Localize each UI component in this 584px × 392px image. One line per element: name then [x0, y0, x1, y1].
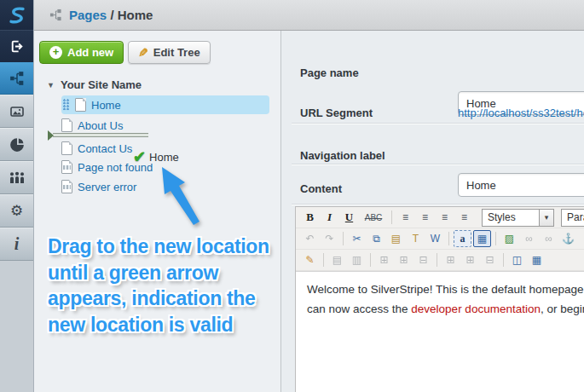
toolbar-separator [391, 210, 392, 224]
developer-documentation-link[interactable]: developer documentation [411, 303, 541, 315]
insert-col-before-button: ⊞ [442, 251, 460, 268]
content-line: Welcome to SilverStripe! This is the def… [307, 280, 584, 299]
align-center-button[interactable]: ≡ [416, 209, 434, 226]
tree-item-about-us[interactable]: About Us [61, 116, 123, 135]
error-page-icon [61, 160, 72, 174]
table-cell-props-button: ▥ [348, 251, 366, 268]
reports-pie-chart-icon [9, 137, 25, 153]
sidebar-item-settings[interactable]: ⚙ [0, 194, 33, 228]
page-name-label: Page name [300, 66, 359, 79]
content-label: Content [300, 182, 342, 195]
styles-dropdown[interactable]: Styles ▾ [482, 209, 554, 227]
sidebar-item-security[interactable] [0, 161, 33, 194]
format-dropdown-value: Paragraph [562, 211, 584, 223]
align-right-button[interactable]: ≡ [436, 209, 454, 226]
delete-col-button: ⊟ [481, 251, 499, 268]
insert-table-button[interactable]: ▦ [473, 230, 491, 247]
cut-button[interactable]: ✂ [348, 230, 366, 247]
breadcrumb-pages-link[interactable]: Pages [69, 8, 107, 22]
toolbar-separator [323, 253, 324, 267]
navigation-label-input[interactable] [458, 173, 584, 197]
align-justify-button[interactable]: ≡ [455, 209, 473, 226]
paste-text-button[interactable]: T [407, 230, 425, 247]
sidebar-item-pages[interactable] [0, 62, 33, 95]
annotation-text: Drag to the new location until a green a… [48, 233, 269, 337]
breadcrumb-separator: / [110, 8, 113, 22]
add-new-button[interactable]: + Add new [39, 41, 124, 64]
delete-row-button: ⊟ [414, 251, 432, 268]
silverstripe-logo-icon [7, 5, 27, 26]
tree-item-label: Home [91, 99, 121, 112]
page-icon [61, 118, 72, 132]
page-icon [61, 141, 72, 155]
pages-sitemap-icon [9, 71, 25, 86]
plus-circle-icon: + [49, 46, 62, 59]
merge-cells-button[interactable]: ▦ [528, 251, 546, 268]
top-breadcrumb-bar: Pages / Home [34, 0, 584, 31]
bold-button[interactable]: B [301, 209, 319, 226]
insert-image-button[interactable]: ▨ [500, 230, 518, 247]
paste-word-button[interactable]: W [426, 230, 444, 247]
styles-dropdown-value: Styles [483, 211, 539, 223]
tree-root-your-site-name[interactable]: ▼ Your Site Name [47, 78, 142, 91]
anchor-button[interactable]: ⚓ [559, 230, 577, 247]
divider [292, 123, 584, 124]
strikethrough-button[interactable]: ABC [360, 209, 387, 226]
sidebar-item-help[interactable]: i [0, 228, 33, 261]
insert-row-after-button: ⊞ [395, 251, 413, 268]
divider [292, 204, 584, 205]
format-dropdown[interactable]: Paragraph [561, 209, 584, 227]
content-rich-text-editor: BIUABC≡≡≡≡ Styles ▾ Paragraph ↶↷✂⧉▤TWa▦▨… [295, 206, 584, 392]
editor-toolbar-row-2: ↶↷✂⧉▤TWa▦▨∞∞⚓ [296, 228, 584, 250]
insert-col-after-button: ⊞ [461, 251, 479, 268]
insert-link-button: ∞ [520, 230, 538, 247]
editor-toolbar-row-3: ✎▤▥⊞⊞⊟⊞⊞⊟◫▦ [296, 250, 584, 271]
info-icon: i [14, 234, 20, 254]
silverstripe-logo[interactable] [0, 0, 33, 31]
page-icon [75, 98, 86, 112]
logout-button[interactable] [0, 31, 33, 62]
drag-handle-icon[interactable] [63, 99, 70, 111]
toolbar-separator [370, 253, 371, 267]
edit-html-button[interactable]: ✎ [301, 251, 319, 268]
split-cells-button[interactable]: ◫ [508, 251, 526, 268]
toolbar-separator [343, 232, 344, 245]
url-segment-label: URL Segment [300, 107, 373, 119]
green-check-icon: ✔ [133, 147, 146, 166]
editor-content-area[interactable]: Welcome to SilverStripe! This is the def… [296, 271, 584, 392]
insert-character-button[interactable]: a [454, 230, 471, 247]
files-image-icon [9, 105, 25, 118]
content-line: can now access the developer documentati… [307, 299, 584, 319]
error-page-icon [61, 180, 72, 193]
table-row-props-button: ▤ [328, 251, 346, 268]
undo-button: ↶ [301, 230, 319, 247]
tree-root-label: Your Site Name [61, 78, 142, 91]
toolbar-separator [437, 253, 437, 267]
main-menu-sidebar: ⚙ i [0, 0, 34, 392]
underline-button[interactable]: U [340, 209, 358, 226]
sidebar-item-reports[interactable] [0, 128, 33, 161]
align-left-button[interactable]: ≡ [396, 209, 414, 226]
toolbar-separator [495, 232, 496, 245]
tree-item-home[interactable]: Home [61, 95, 269, 114]
edit-tree-label: Edit Tree [153, 46, 200, 59]
tree-item-contact-us[interactable]: Contact Us [61, 139, 132, 158]
breadcrumb-sitemap-icon [49, 9, 62, 21]
sidebar-item-files[interactable] [0, 95, 33, 128]
page-tree-panel: + Add new ✎ Edit Tree ▼ Your Site Name H… [34, 31, 281, 392]
tree-item-server-error[interactable]: Server error [61, 177, 136, 196]
url-segment-link[interactable]: http://localhost/ss32test/hom [458, 107, 584, 119]
security-people-icon [9, 171, 26, 184]
editor-toolbar-row-1: BIUABC≡≡≡≡ Styles ▾ Paragraph [296, 207, 584, 228]
paste-button[interactable]: ▤ [387, 230, 405, 247]
navigation-label-label: Navigation label [300, 149, 385, 162]
dropdown-arrow-icon: ▾ [539, 210, 553, 226]
italic-button[interactable]: I [321, 209, 338, 226]
gear-icon: ⚙ [10, 202, 23, 220]
toolbar-separator [503, 253, 504, 267]
silverstripe-cms-window: ⚙ i Pages / Home + Add new ✎ Edi [0, 0, 584, 392]
edit-tree-button[interactable]: ✎ Edit Tree [128, 41, 211, 64]
copy-button[interactable]: ⧉ [367, 230, 385, 247]
redo-button: ↷ [321, 230, 338, 247]
page-edit-form: Page name URL Segment http://localhost/s… [281, 31, 584, 392]
